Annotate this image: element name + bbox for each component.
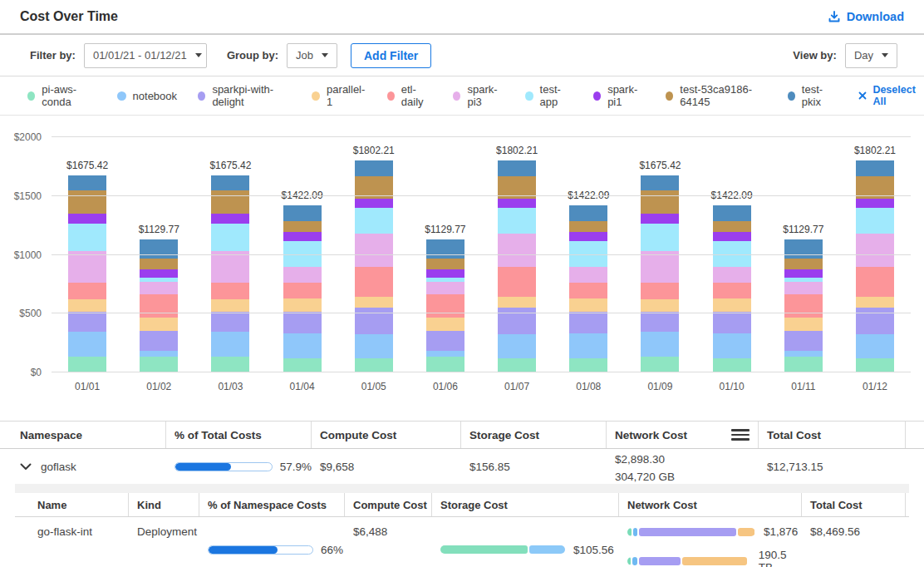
bar-segment-etl-daily[interactable] bbox=[211, 283, 249, 298]
bar-segment-test-app[interactable] bbox=[211, 224, 249, 251]
bar-segment-test-app[interactable] bbox=[641, 224, 679, 251]
bar-segment-sparkpi-with-delight[interactable] bbox=[283, 312, 322, 333]
bar-segment-notebook[interactable] bbox=[856, 334, 894, 358]
bar-segment-pi-aws-conda[interactable] bbox=[498, 358, 536, 372]
bar-segment-parallel-1[interactable] bbox=[784, 318, 823, 331]
bar-segment-pi-aws-conda[interactable] bbox=[569, 358, 607, 372]
bar-segment-parallel-1[interactable] bbox=[713, 298, 751, 312]
bar-segment-parallel-1[interactable] bbox=[641, 299, 679, 312]
bar-segment-spark-pi3[interactable] bbox=[426, 282, 464, 294]
column-menu-icon[interactable] bbox=[731, 429, 750, 441]
bar-segment-test-pkix[interactable] bbox=[283, 205, 322, 221]
bar-segment-spark-pi1[interactable] bbox=[68, 214, 106, 224]
bar-segment-notebook[interactable] bbox=[569, 333, 607, 358]
bar-segment-spark-pi1[interactable] bbox=[641, 214, 679, 224]
bar-segment-test-app[interactable] bbox=[68, 224, 106, 251]
bar-segment-etl-daily[interactable] bbox=[498, 267, 536, 296]
bar-segment-spark-pi3[interactable] bbox=[68, 251, 106, 284]
bar-segment-spark-pi1[interactable] bbox=[426, 269, 464, 278]
bar-segment-parallel-1[interactable] bbox=[498, 297, 536, 308]
bar-segment-sparkpi-with-delight[interactable] bbox=[68, 312, 106, 332]
bar-segment-etl-daily[interactable] bbox=[355, 267, 393, 296]
bar-segment-etl-daily[interactable] bbox=[569, 283, 607, 298]
workload-row-go-flask-int[interactable]: go-flask-int Deployment 66% $6,488 $105.… bbox=[15, 517, 909, 567]
bar-segment-sparkpi-with-delight[interactable] bbox=[355, 308, 393, 334]
bar-segment-spark-pi3[interactable] bbox=[856, 234, 894, 267]
bar-segment-test-53ca9186-64145[interactable] bbox=[784, 259, 823, 269]
bar-segment-spark-pi1[interactable] bbox=[784, 269, 823, 278]
bar-segment-notebook[interactable] bbox=[713, 333, 751, 358]
bar-segment-sparkpi-with-delight[interactable] bbox=[426, 331, 464, 351]
bar-segment-test-pkix[interactable] bbox=[498, 160, 536, 175]
bar-segment-spark-pi1[interactable] bbox=[498, 199, 536, 208]
bar-segment-test-pkix[interactable] bbox=[426, 239, 464, 259]
bar-segment-spark-pi3[interactable] bbox=[498, 234, 536, 267]
bar-segment-spark-pi1[interactable] bbox=[355, 199, 393, 208]
bar-segment-sparkpi-with-delight[interactable] bbox=[713, 312, 751, 333]
bar-segment-spark-pi3[interactable] bbox=[355, 234, 393, 267]
bar-segment-test-53ca9186-64145[interactable] bbox=[140, 259, 178, 269]
bar-segment-notebook[interactable] bbox=[283, 333, 322, 358]
bar-segment-sparkpi-with-delight[interactable] bbox=[140, 331, 178, 351]
bar-segment-test-pkix[interactable] bbox=[211, 175, 249, 191]
bar-segment-sparkpi-with-delight[interactable] bbox=[211, 312, 249, 332]
bar-segment-notebook[interactable] bbox=[355, 334, 393, 358]
bar-segment-sparkpi-with-delight[interactable] bbox=[641, 312, 679, 332]
bar-segment-spark-pi3[interactable] bbox=[569, 267, 607, 283]
bar-segment-pi-aws-conda[interactable] bbox=[283, 358, 322, 372]
bar-segment-test-app[interactable] bbox=[498, 208, 536, 234]
bar-segment-spark-pi1[interactable] bbox=[713, 232, 751, 241]
bar-segment-pi-aws-conda[interactable] bbox=[856, 358, 894, 372]
bar-segment-test-53ca9186-64145[interactable] bbox=[641, 190, 679, 214]
bar-segment-pi-aws-conda[interactable] bbox=[784, 357, 823, 372]
bar-segment-parallel-1[interactable] bbox=[211, 299, 249, 312]
bar-segment-spark-pi3[interactable] bbox=[283, 267, 322, 283]
bar-segment-test-53ca9186-64145[interactable] bbox=[211, 190, 249, 214]
bar-segment-parallel-1[interactable] bbox=[856, 297, 894, 308]
bar-segment-spark-pi1[interactable] bbox=[283, 232, 322, 241]
bar-segment-pi-aws-conda[interactable] bbox=[140, 357, 178, 372]
bar-segment-pi-aws-conda[interactable] bbox=[713, 358, 751, 372]
bar-segment-pi-aws-conda[interactable] bbox=[211, 357, 249, 372]
bar-segment-spark-pi1[interactable] bbox=[569, 232, 607, 241]
bar-segment-test-app[interactable] bbox=[355, 208, 393, 234]
bar-segment-etl-daily[interactable] bbox=[283, 283, 322, 298]
bar-segment-pi-aws-conda[interactable] bbox=[426, 357, 464, 372]
bar-segment-test-pkix[interactable] bbox=[713, 205, 751, 221]
bar-segment-test-pkix[interactable] bbox=[355, 160, 393, 175]
bar-segment-etl-daily[interactable] bbox=[68, 283, 106, 298]
chevron-down-icon[interactable] bbox=[20, 463, 32, 471]
bar-segment-parallel-1[interactable] bbox=[355, 297, 393, 308]
bar-segment-test-pkix[interactable] bbox=[784, 239, 823, 259]
bar-segment-spark-pi1[interactable] bbox=[211, 214, 249, 224]
bar-segment-parallel-1[interactable] bbox=[140, 318, 178, 331]
bar-segment-test-app[interactable] bbox=[856, 208, 894, 234]
bar-segment-spark-pi1[interactable] bbox=[856, 199, 894, 208]
bar-segment-spark-pi3[interactable] bbox=[713, 267, 751, 283]
bar-segment-spark-pi3[interactable] bbox=[641, 251, 679, 284]
bar-segment-test-pkix[interactable] bbox=[569, 205, 607, 221]
bar-segment-sparkpi-with-delight[interactable] bbox=[498, 308, 536, 334]
bar-segment-test-pkix[interactable] bbox=[140, 239, 178, 259]
bar-segment-test-53ca9186-64145[interactable] bbox=[713, 221, 751, 233]
bar-segment-parallel-1[interactable] bbox=[569, 298, 607, 312]
bar-segment-sparkpi-with-delight[interactable] bbox=[569, 312, 607, 333]
bar-segment-test-pkix[interactable] bbox=[68, 175, 106, 191]
bar-segment-pi-aws-conda[interactable] bbox=[68, 357, 106, 372]
bar-segment-parallel-1[interactable] bbox=[283, 298, 322, 312]
bar-segment-spark-pi3[interactable] bbox=[140, 282, 178, 294]
bar-segment-sparkpi-with-delight[interactable] bbox=[856, 308, 894, 334]
namespace-row-goflask[interactable]: goflask 57.9% $9,658 $156.85 $2,898.30 3… bbox=[0, 449, 924, 484]
bar-segment-test-53ca9186-64145[interactable] bbox=[68, 190, 106, 214]
bar-segment-notebook[interactable] bbox=[641, 332, 679, 357]
bar-segment-etl-daily[interactable] bbox=[784, 294, 823, 318]
bar-segment-test-pkix[interactable] bbox=[641, 175, 679, 191]
bar-segment-pi-aws-conda[interactable] bbox=[355, 358, 393, 372]
bar-segment-etl-daily[interactable] bbox=[426, 294, 464, 318]
bar-segment-etl-daily[interactable] bbox=[140, 294, 178, 318]
bar-segment-spark-pi3[interactable] bbox=[784, 282, 823, 294]
bar-segment-sparkpi-with-delight[interactable] bbox=[784, 331, 823, 351]
bar-segment-etl-daily[interactable] bbox=[713, 283, 751, 298]
bar-segment-parallel-1[interactable] bbox=[426, 318, 464, 331]
bar-segment-notebook[interactable] bbox=[68, 332, 106, 357]
